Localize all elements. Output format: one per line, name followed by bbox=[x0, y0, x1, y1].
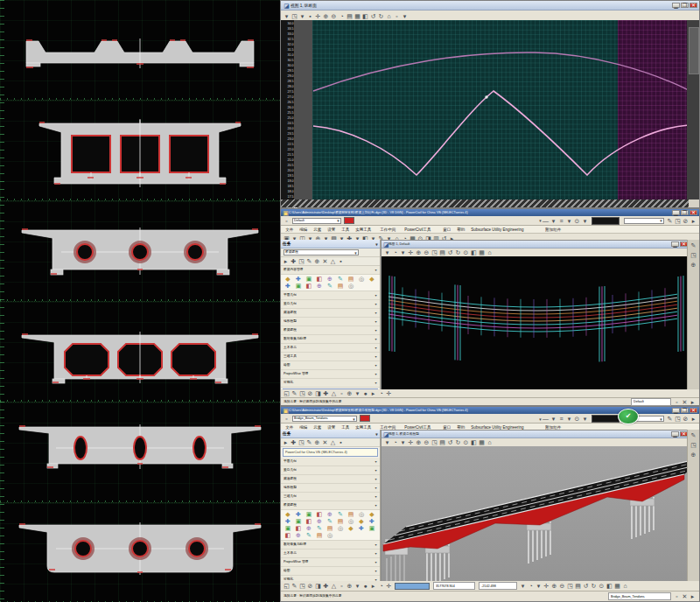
toolbar-icon[interactable]: ▾ bbox=[519, 582, 527, 590]
toolbar-icon[interactable]: — bbox=[542, 217, 550, 225]
toolbar-icon[interactable]: ◳ bbox=[430, 438, 438, 446]
toolbar-icon[interactable]: ✛ bbox=[542, 582, 550, 590]
tool-icon[interactable]: ✚ bbox=[293, 276, 304, 283]
toolbar-icon[interactable]: ▸ bbox=[689, 592, 696, 600]
toolbar-icon[interactable]: ▸ bbox=[282, 438, 290, 446]
toolbar-icon[interactable]: ⊕ bbox=[690, 261, 697, 269]
tool-icon[interactable]: ✎ bbox=[304, 532, 314, 539]
toolbar-icon[interactable]: ▾ bbox=[565, 217, 573, 225]
toolbar-icon[interactable]: ◨ bbox=[314, 389, 322, 397]
toolbar-icon[interactable]: ▤ bbox=[438, 248, 446, 256]
pin-icon[interactable]: ▾ bbox=[375, 431, 377, 437]
profile-plot-area[interactable]: 34.033.533.032.532.031.531.030.530.029.5… bbox=[281, 20, 699, 200]
toolbar-icon[interactable]: ⊙ bbox=[598, 582, 606, 590]
task-group[interactable]: 平面几何▾ bbox=[281, 291, 380, 300]
toolbar-icon[interactable]: ▪ bbox=[337, 438, 345, 446]
tool-icon[interactable]: ✚ bbox=[293, 511, 304, 518]
tool-icon[interactable]: ✚ bbox=[283, 518, 293, 525]
toolbar-icon[interactable]: ▤ bbox=[438, 438, 446, 446]
toolbar-icon[interactable]: ▾ bbox=[535, 582, 542, 590]
tool-icon[interactable]: ⊕ bbox=[314, 518, 325, 525]
tool-icon[interactable]: ▤ bbox=[346, 276, 356, 283]
active-level-combo[interactable]: Default▾ bbox=[292, 218, 341, 224]
toolbar-icon[interactable]: ◨ bbox=[314, 582, 322, 590]
task-group[interactable]: 桥梁建模▾ bbox=[281, 501, 380, 510]
tool-icon[interactable]: ◎ bbox=[356, 276, 367, 283]
toolbar-icon[interactable]: ◳ bbox=[674, 415, 682, 423]
task-group[interactable]: 桥梁内容管理▾ bbox=[281, 266, 380, 275]
minimize-button[interactable]: ▁ bbox=[671, 242, 679, 247]
cross-section-panel-4[interactable] bbox=[0, 301, 280, 402]
tool-icon[interactable]: ✎ bbox=[335, 276, 346, 283]
toolbar-icon[interactable]: ↻ bbox=[454, 438, 462, 446]
toolbar-icon[interactable]: ▫ bbox=[338, 582, 346, 590]
menu-item[interactable]: 元素 bbox=[312, 227, 324, 233]
tool-icon[interactable]: ▣ bbox=[367, 525, 377, 532]
toolbar-icon[interactable]: △ bbox=[329, 257, 337, 265]
toolbar-icon[interactable]: ◳ bbox=[298, 582, 306, 590]
render-canvas[interactable] bbox=[382, 446, 690, 584]
view-titlebar[interactable]: ◪ 视图 1, 桥梁总装模型 ▁✕ bbox=[382, 430, 690, 438]
tool-icon[interactable]: ⊕ bbox=[293, 532, 304, 539]
tool-icon[interactable]: ▣ bbox=[304, 511, 314, 518]
menu-item[interactable]: 窗口 bbox=[441, 227, 453, 233]
minimize-button[interactable]: ▁ bbox=[672, 3, 680, 8]
tool-icon[interactable]: ✎ bbox=[314, 525, 325, 532]
menu-item[interactable]: PowerCivil工具 bbox=[402, 227, 433, 233]
toolbar-icon[interactable]: ⊕ bbox=[346, 389, 354, 397]
toolbar-icon[interactable]: ◳ bbox=[690, 441, 697, 449]
toolbar-icon[interactable]: ⊕ bbox=[415, 438, 423, 446]
toolbar-icon[interactable]: ✎ bbox=[666, 415, 674, 423]
cross-section-panel-3[interactable] bbox=[0, 200, 280, 301]
task-group[interactable]: 廊道建模▾ bbox=[281, 309, 380, 318]
toolbar-icon[interactable]: ≡ bbox=[557, 415, 565, 423]
toolbar-icon[interactable]: ⌂ bbox=[621, 582, 629, 590]
task-group[interactable]: 土木单元▾ bbox=[281, 344, 380, 353]
toolbar-icon[interactable]: ◧ bbox=[606, 582, 613, 590]
toolbar-icon[interactable]: ● bbox=[361, 582, 369, 590]
toolbar-icon[interactable]: ↺ bbox=[582, 582, 590, 590]
panel-tool-row[interactable]: ▸✚◳✎⊕✕△▪ bbox=[281, 257, 380, 266]
task-group[interactable]: 三维几何▾ bbox=[281, 493, 380, 501]
toolbar-icon[interactable]: ▫ bbox=[338, 389, 346, 397]
tool-icon[interactable]: ◆ bbox=[367, 511, 377, 518]
toolbar-icon[interactable]: ⊙ bbox=[462, 438, 470, 446]
toolbar-icon[interactable]: ▦ bbox=[478, 438, 486, 446]
toolbar-icon[interactable]: ▾ bbox=[298, 12, 306, 20]
status-level-field[interactable]: Default bbox=[631, 398, 671, 406]
cross-section-panel-5[interactable] bbox=[0, 402, 280, 502]
toolbar-icon[interactable]: ◱ bbox=[283, 389, 290, 397]
minimize-button[interactable]: ▁ bbox=[671, 431, 679, 437]
cross-section-viewport[interactable] bbox=[0, 0, 280, 602]
coordinate-x-field[interactable]: 3577678.904 bbox=[433, 582, 475, 590]
tool-icon[interactable]: ⊕ bbox=[304, 525, 314, 532]
toolbar-icon[interactable]: ● bbox=[361, 389, 369, 397]
toolbar-icon[interactable]: — bbox=[542, 415, 550, 423]
close-button[interactable]: ✕ bbox=[690, 408, 697, 413]
tool-icon[interactable]: ◧ bbox=[283, 532, 293, 539]
task-group[interactable]: 平面几何▾ bbox=[281, 458, 380, 466]
toolbar-icon[interactable]: ◔ bbox=[377, 389, 385, 397]
toolbar-icon[interactable]: ◳ bbox=[690, 251, 697, 259]
tool-icon[interactable]: ✎ bbox=[325, 518, 335, 525]
maximize-button[interactable]: ❐ bbox=[681, 408, 689, 413]
menu-item[interactable]: 实用工具 bbox=[354, 227, 374, 233]
toolbar-icon[interactable]: ◳ bbox=[298, 438, 305, 446]
toolbar-icon[interactable]: ▸ bbox=[690, 217, 697, 225]
toolbar-icon[interactable]: ▾ bbox=[383, 248, 391, 256]
toolbar-icon[interactable]: ▾ bbox=[283, 12, 290, 20]
profile-scrollbar[interactable] bbox=[687, 20, 699, 200]
toolbar-icon[interactable]: ◔ bbox=[391, 248, 399, 256]
toolbar-icon[interactable]: ◱ bbox=[283, 582, 290, 590]
toolbar-icon[interactable]: ▸ bbox=[369, 582, 377, 590]
cross-section-panel-1[interactable] bbox=[0, 0, 280, 100]
toolbar-icon[interactable]: ▫ bbox=[393, 12, 401, 20]
toolbar-icon[interactable]: ↻ bbox=[454, 248, 462, 256]
task-panel-header[interactable]: 任务 ▾ bbox=[281, 240, 380, 248]
toolbar-icon[interactable]: ⊘ bbox=[682, 217, 690, 225]
toolbar-icon[interactable]: ↻ bbox=[377, 12, 385, 20]
toolbar-icon[interactable]: ✎ bbox=[305, 438, 313, 446]
toolbar-icon[interactable]: ▾ bbox=[354, 389, 361, 397]
tool-icon[interactable]: ◆ bbox=[283, 511, 293, 518]
maximize-button[interactable]: ❐ bbox=[681, 210, 689, 215]
